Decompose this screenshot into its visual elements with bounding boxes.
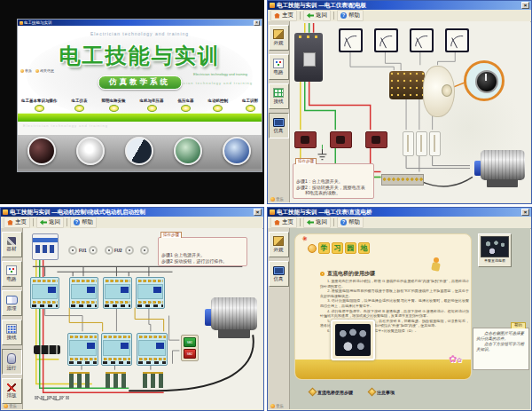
fuse-icon	[140, 246, 149, 255]
close-icon[interactable]	[254, 20, 260, 26]
operation-steps-box: 操作步骤 步骤1 合上电源开关。 步骤2 按动按钮，进行运行操作。	[158, 237, 247, 266]
home-icon	[274, 220, 280, 225]
sidebar-item-wiring[interactable]: 接线	[2, 320, 22, 345]
app-icon	[270, 3, 275, 8]
home-button[interactable]: 主页	[270, 217, 297, 228]
link-precautions[interactable]: 注意事项	[369, 389, 395, 395]
titlebar[interactable]: 电工技能与实训 —电动机控制\绕线式电动机启动控制	[1, 208, 263, 217]
sidebar-item-troubleshoot[interactable]: 排故	[2, 378, 22, 404]
app-icon	[270, 209, 275, 215]
photo-device	[125, 137, 153, 165]
splash-quadrant: 电工技能与实训 Electrician technology and train…	[0, 0, 264, 204]
device-thumbnail-button[interactable]: 单臂直流电桥	[478, 233, 512, 267]
music-button[interactable]: 音乐	[270, 404, 284, 408]
watermark-band: Electrician technology and training	[18, 122, 262, 135]
info-icon	[35, 69, 39, 73]
menu-item-lowvoltage[interactable]: 低压电器	[178, 99, 194, 112]
menu-dot-icon	[109, 105, 119, 112]
titlebar[interactable]: 电工技能与实训 —电工仪表\直流电桥	[268, 208, 531, 217]
back-button[interactable]: 返回	[303, 217, 331, 228]
contactor	[67, 333, 98, 366]
power-switch[interactable]	[294, 33, 323, 82]
help-button[interactable]: 帮助	[337, 10, 364, 21]
menu-item-lighting[interactable]: 照明电路安装	[102, 99, 126, 112]
close-icon[interactable]	[521, 2, 529, 9]
splash-titlebar[interactable]: 电工技能与实训	[18, 20, 262, 26]
menu-item-basics[interactable]: 电工基本常识与操作	[21, 99, 58, 112]
music-icon	[270, 197, 275, 202]
sidebar-item-run[interactable]: 运行	[2, 349, 22, 375]
contactor	[103, 277, 132, 309]
help-button[interactable]: 帮助	[337, 217, 364, 228]
analog-meter-1	[339, 28, 363, 52]
subtitle-badge: 仿真教学系统	[98, 75, 182, 90]
repair-icon	[7, 383, 16, 391]
sidebar-item-appearance[interactable]: 外观	[269, 25, 289, 51]
steps-text: 步骤1 合上电源开关。 步骤2 按动按钮，进行运行操作。	[161, 252, 227, 264]
sidebar-item-wiring[interactable]: 接线	[269, 83, 289, 109]
music-button[interactable]: 音乐	[4, 404, 17, 408]
sidebar-item-circuit[interactable]: 电路	[269, 54, 289, 80]
switch-knob[interactable]	[442, 84, 452, 97]
fuse-3	[429, 131, 441, 156]
photo-motor	[174, 137, 202, 165]
terminal-row	[34, 395, 71, 400]
sidebar-item-principle[interactable]: 原理	[2, 290, 22, 316]
help-text: 点击右侧图片可选择要执行仿真的器件。 点击下方按钮可学习相关知识。	[473, 328, 528, 355]
menu-item-motorcontrol[interactable]: 电动机控制	[208, 99, 229, 112]
changeover-switch[interactable]	[389, 71, 425, 99]
home-icon	[274, 13, 280, 19]
wiring-icon	[273, 88, 284, 98]
person-decoration	[430, 257, 441, 272]
help-button[interactable]: 帮助	[70, 217, 97, 228]
sidebar-item-simulation[interactable]: 仿真	[269, 261, 289, 287]
start-button[interactable]: SB1	[184, 337, 196, 347]
sidebar-item-simulation[interactable]: 仿真	[269, 113, 289, 138]
motor-control-window: 电工技能与实训 —电动机控制\绕线式电动机启动控制 主页 返回 帮助 器材 电路…	[0, 207, 264, 411]
menu-item-machines[interactable]: 电机与变压器	[140, 99, 164, 112]
home-icon	[7, 220, 13, 225]
dc-bridge-window: 电工技能与实训 —电工仪表\直流电桥 主页 返回 帮助 外观 仿真 ❀	[267, 207, 532, 411]
link-usage-steps[interactable]: 直流电桥使用步骤	[309, 389, 353, 395]
breaker-toggles[interactable]	[35, 245, 55, 253]
back-button[interactable]: 返回	[303, 10, 331, 21]
window-title: 电工技能与实训 —电工仪表\配电板	[277, 2, 366, 10]
sidebar-item-appearance[interactable]: 外观	[269, 232, 289, 257]
menu-item-drawings[interactable]: 电工识图	[242, 99, 258, 112]
toolbar: 主页 返回 帮助	[268, 217, 531, 229]
close-icon[interactable]	[254, 209, 262, 216]
terminals-icon	[6, 324, 17, 334]
stop-button[interactable]: SB2	[184, 349, 196, 359]
fuse-1	[403, 131, 414, 156]
knob-closeup-icon	[475, 70, 498, 93]
contactor	[30, 277, 59, 309]
music-button[interactable]: 音乐	[270, 197, 284, 202]
publisher-footer: 研制：大连海事大学信息工程学院信息教育技术研究所 出版：高等教育出版社 高等教育…	[18, 169, 262, 171]
module-sidebar: 外观 仿真	[268, 228, 290, 409]
motor-foot	[487, 179, 518, 187]
titlebar[interactable]: 电工技能与实训 —电工仪表\配电板	[268, 1, 531, 10]
motor	[205, 297, 260, 338]
back-button[interactable]: 返回	[36, 217, 64, 228]
toolbar-separator	[300, 218, 301, 226]
analog-meter-2	[374, 28, 398, 52]
menu-dot-icon	[246, 105, 255, 112]
home-button[interactable]: 主页	[270, 10, 297, 21]
starting-resistors	[106, 372, 126, 388]
switch-handle[interactable]	[303, 52, 316, 67]
info-button[interactable]: 相关信息	[35, 68, 54, 73]
home-button[interactable]: 主页	[4, 217, 30, 228]
sidebar-item-equipment[interactable]: 器材	[2, 232, 22, 257]
music-button[interactable]: 音乐	[20, 68, 32, 73]
toolbar-separator	[300, 12, 301, 20]
menu-item-meters[interactable]: 电工仪表	[72, 99, 88, 112]
window-title: 电工技能与实训 —电动机控制\绕线式电动机启动控制	[10, 209, 145, 217]
simulation-canvas: 操作步骤 步骤1：合上电源开关。 步骤2：按动转换开关，观察电压表 和电流表的读…	[290, 21, 530, 202]
sidebar-item-circuit[interactable]: 电路	[2, 261, 22, 287]
screenshot-grid: 电工技能与实训 Electrician technology and train…	[0, 0, 532, 411]
circuit-breaker[interactable]	[32, 233, 59, 260]
starting-resistors	[69, 372, 90, 388]
close-icon[interactable]	[521, 209, 529, 216]
ceramic-switch-body[interactable]	[423, 66, 455, 117]
question-icon	[74, 219, 80, 225]
